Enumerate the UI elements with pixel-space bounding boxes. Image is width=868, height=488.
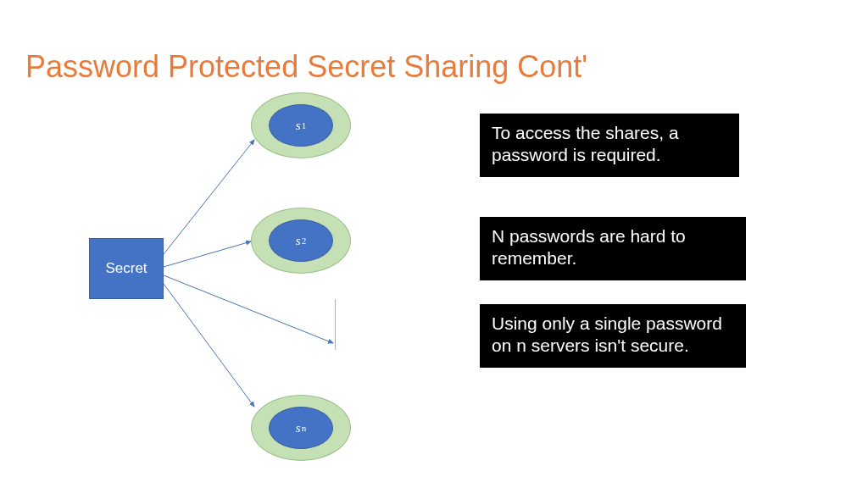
share-symbol-sub: n [302, 423, 307, 433]
callout-n-passwords-hard: N passwords are hard to remember. [480, 217, 746, 280]
share-symbol-base: s [296, 119, 301, 133]
svg-line-0 [164, 140, 254, 254]
svg-line-1 [164, 241, 251, 267]
share-symbol-base: s [296, 421, 301, 435]
share-symbol-base: s [296, 234, 301, 248]
share-symbol-sub: 1 [302, 120, 307, 130]
callout-access-requires-password: To access the shares, a password is requ… [480, 114, 739, 177]
secret-node: Secret [89, 238, 164, 299]
share-inner-ellipse: s2 [269, 219, 333, 262]
share-node-s2: s2 [251, 208, 351, 274]
slide-title: Password Protected Secret Sharing Cont' [25, 49, 587, 85]
callout-single-password-insecure: Using only a single password on n server… [480, 304, 746, 368]
share-inner-ellipse: s1 [269, 104, 333, 147]
vertical-continuation-line [335, 299, 336, 350]
svg-line-2 [164, 275, 333, 343]
svg-line-3 [164, 284, 254, 407]
share-node-sn: sn [251, 395, 351, 461]
share-inner-ellipse: sn [269, 407, 333, 449]
share-node-s1: s1 [251, 92, 351, 158]
share-symbol-sub: 2 [302, 236, 307, 246]
